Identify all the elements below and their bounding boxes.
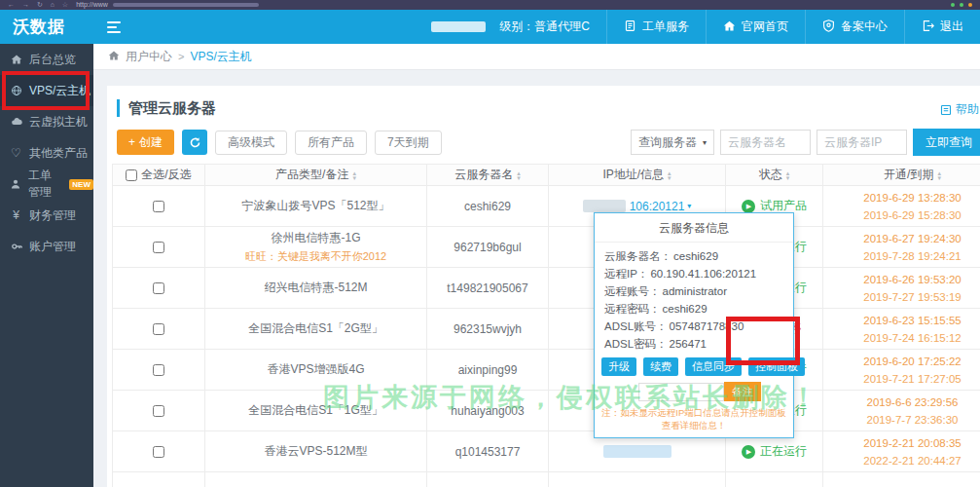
open-date: 2019-6-26 19:53:20: [863, 272, 961, 287]
censored-ip-block: [583, 200, 626, 212]
help-icon: [940, 104, 952, 116]
sidebar-item-other[interactable]: ♡ 其他类产品: [0, 137, 93, 169]
censored-ip-block: [603, 445, 671, 458]
popup-field: 远程密码： ceshi629: [604, 300, 783, 318]
product-type: 徐州电信特惠-1G: [271, 230, 360, 246]
cloud-icon: [10, 116, 22, 129]
home-icon: [108, 50, 120, 64]
field-label: 远程账号：: [604, 284, 661, 299]
sidebar-item-tickets[interactable]: 工单管理 NEW: [0, 169, 93, 200]
column-label: 状态: [759, 167, 782, 183]
product-type: 全国混合电信S1「2G型」: [248, 320, 383, 337]
server-name: 962719b6gul: [426, 227, 548, 267]
table-header-cell[interactable]: 开通/到期 ▴▾: [822, 165, 980, 185]
field-value: 60.190.41.106:20121: [650, 268, 756, 280]
search-button[interactable]: 立即查询: [913, 129, 980, 156]
sidebar-item-account[interactable]: 账户管理: [0, 231, 93, 262]
row-checkbox[interactable]: [153, 282, 164, 294]
column-label: 云服务器名: [454, 167, 513, 183]
breadcrumb-home[interactable]: 用户中心: [126, 49, 172, 65]
row-checkbox[interactable]: [153, 323, 164, 335]
expiring-7days-button[interactable]: 7天到期: [375, 131, 442, 155]
server-ip-input[interactable]: [817, 130, 907, 155]
sidebar-item-label: 其他类产品: [29, 145, 88, 162]
header-nav-logout[interactable]: 退出: [904, 10, 980, 44]
remark-button[interactable]: 备注: [724, 382, 761, 401]
popup-title: 云服务器信息: [595, 213, 793, 243]
chevron-down-icon: ▾: [703, 138, 707, 147]
advanced-mode-button[interactable]: 高级模式: [215, 131, 287, 155]
header-nav-label: 工单服务: [642, 19, 689, 35]
field-label: 云服务器名：: [604, 249, 671, 264]
table-header-cell[interactable]: 产品类型/备注 ▴▾: [204, 165, 426, 185]
refresh-button[interactable]: [182, 130, 207, 155]
header-nav-ticket-service[interactable]: 工单服务: [606, 10, 706, 44]
sort-icon[interactable]: ▴▾: [352, 170, 356, 180]
browser-status-icons: [951, 3, 972, 7]
sidebar-item-label: 财务管理: [29, 207, 76, 224]
expire-date: 2019-7-24 16:15:12: [863, 330, 961, 346]
table-header-cell[interactable]: IP地址/信息 ▴▾: [548, 165, 725, 185]
sidebar-item-vps[interactable]: VPS/云主机: [0, 75, 93, 106]
header-nav-label: 官网首页: [742, 19, 788, 35]
toolbar: + 创建 高级模式 所有产品 7天到期 查询服务器 ▾ 立即查询: [117, 129, 980, 156]
sidebar-item-webhost[interactable]: 云虚拟主机: [0, 106, 93, 137]
control-panel-button[interactable]: 控制面板: [748, 357, 805, 376]
header-nav-site-home[interactable]: 官网首页: [706, 10, 805, 44]
product-note: 旺旺：关键是我离不开你2012: [245, 249, 386, 264]
popup-field: 远程IP： 60.190.41.106:20121: [604, 265, 783, 282]
popup-field: 远程账号： administrator: [604, 282, 783, 300]
ip-link[interactable]: 106:20121 ▾: [630, 200, 692, 213]
open-date: 2019-6-23 15:15:55: [863, 313, 961, 328]
product-type: 全国混合电信S1「1G型」: [248, 402, 383, 419]
sort-icon[interactable]: ▴▾: [668, 170, 671, 180]
server-name-input[interactable]: [720, 130, 811, 155]
upgrade-button[interactable]: 升级: [601, 357, 636, 376]
sidebar-item-overview[interactable]: 后台总览: [0, 44, 93, 75]
sidebar: 后台总览 VPS/云主机 云虚拟主机 ♡ 其他类产品 工单管理 NEW ¥ 财务…: [0, 44, 93, 487]
header-nav-label: 备案中心: [841, 19, 888, 35]
user-icon: [10, 178, 21, 191]
browser-nav-icons[interactable]: ← → ↻ ⌂ ☆: [8, 0, 71, 10]
field-label: ADSL密码：: [604, 337, 668, 352]
table-row: 全国混合电信S1「1G型」 huhaiyang003 ▶ 正在运行 2019-6…: [112, 391, 980, 431]
renew-button[interactable]: 续费: [643, 357, 678, 376]
field-label: ADSL账号：: [604, 319, 668, 334]
censored-username: [431, 21, 486, 32]
table-header-cell[interactable]: 云服务器名 ▴▾: [426, 165, 548, 185]
sidebar-item-label: 账户管理: [29, 239, 76, 255]
table-row: 宁波象山拨号VPS「512型」 ceshi629 106:20121 ▾ ▶ 试…: [112, 186, 980, 227]
column-label: 产品类型/备注: [275, 167, 348, 183]
row-checkbox[interactable]: [153, 242, 164, 253]
shield-icon: [822, 19, 835, 35]
header-nav-beian-center[interactable]: 备案中心: [805, 10, 904, 44]
popup-field: ADSL密码： 256471: [604, 335, 783, 353]
expire-date: 2019-6-29 15:28:30: [863, 207, 961, 223]
menu-toggle-icon[interactable]: [93, 10, 134, 44]
header-nav: 工单服务 官网首页 备案中心 退出: [606, 10, 980, 44]
sort-icon[interactable]: ▴▾: [786, 170, 790, 180]
table-header-cell[interactable]: 全选/反选: [112, 165, 204, 185]
query-type-select[interactable]: 查询服务器 ▾: [631, 130, 714, 155]
table-header-row: 全选/反选 产品类型/备注 ▴▾ 云服务器名 ▴▾ IP地址/信息 ▴▾ 状态 …: [112, 164, 980, 186]
row-checkbox[interactable]: [153, 201, 164, 212]
header-user[interactable]: 级别：普通代理C: [415, 10, 606, 44]
sort-icon[interactable]: ▴▾: [517, 170, 521, 180]
address-bar[interactable]: http://www: [76, 0, 108, 10]
sidebar-item-finance[interactable]: ¥ 财务管理: [0, 200, 93, 231]
create-button[interactable]: + 创建: [117, 130, 174, 155]
help-link[interactable]: 帮助: [940, 101, 979, 118]
row-checkbox[interactable]: [153, 446, 164, 458]
app-logo[interactable]: 沃数据: [0, 10, 93, 44]
remark-input[interactable]: [638, 383, 724, 401]
table-header-cell[interactable]: 状态 ▴▾: [725, 165, 822, 185]
sort-icon[interactable]: ▴▾: [937, 170, 941, 180]
row-checkbox[interactable]: [153, 364, 164, 376]
all-products-button[interactable]: 所有产品: [295, 131, 367, 155]
field-value: ceshi629: [663, 303, 708, 315]
doc-icon: [624, 19, 636, 35]
select-all-checkbox[interactable]: [126, 169, 137, 181]
row-checkbox[interactable]: [153, 405, 164, 417]
breadcrumb-current[interactable]: VPS/云主机: [190, 49, 251, 65]
info-sync-button[interactable]: 信息同步: [685, 357, 742, 376]
